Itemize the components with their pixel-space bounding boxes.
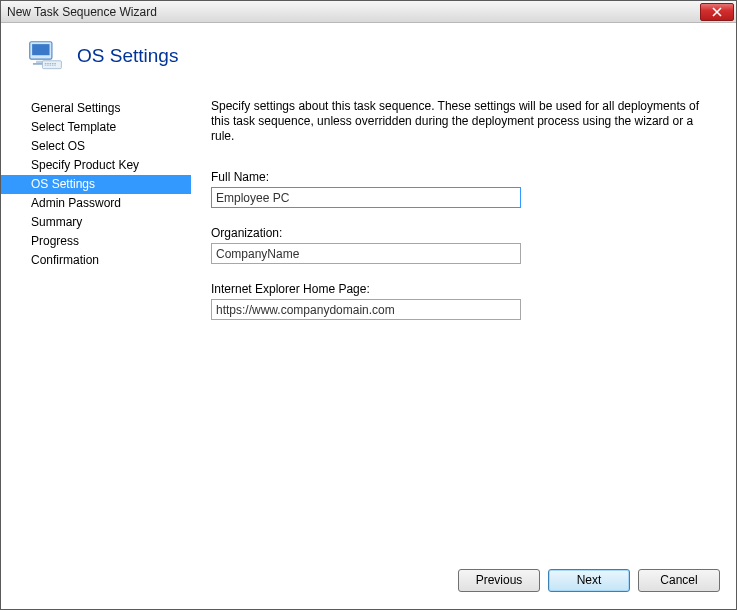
wizard-main: Specify settings about this task sequenc… [191, 93, 736, 559]
ie-home-label: Internet Explorer Home Page: [211, 282, 716, 296]
close-icon [712, 7, 722, 17]
svg-rect-1 [32, 44, 49, 55]
sidebar-item-general-settings[interactable]: General Settings [1, 99, 191, 118]
wizard-body: General Settings Select Template Select … [1, 93, 736, 559]
next-button[interactable]: Next [548, 569, 630, 592]
svg-rect-10 [45, 65, 47, 66]
full-name-group: Full Name: [211, 170, 716, 208]
organization-label: Organization: [211, 226, 716, 240]
sidebar-item-select-template[interactable]: Select Template [1, 118, 191, 137]
sidebar-item-os-settings[interactable]: OS Settings [1, 175, 191, 194]
svg-rect-7 [50, 63, 52, 64]
wizard-sidebar: General Settings Select Template Select … [1, 93, 191, 559]
page-description: Specify settings about this task sequenc… [211, 99, 716, 144]
svg-rect-14 [54, 65, 56, 66]
previous-button[interactable]: Previous [458, 569, 540, 592]
svg-rect-12 [50, 65, 52, 66]
svg-rect-6 [47, 63, 49, 64]
computer-icon [25, 37, 63, 75]
svg-rect-8 [52, 63, 54, 64]
ie-home-input[interactable] [211, 299, 521, 320]
sidebar-item-specify-product-key[interactable]: Specify Product Key [1, 156, 191, 175]
svg-rect-13 [52, 65, 54, 66]
titlebar: New Task Sequence Wizard [1, 1, 736, 23]
sidebar-item-summary[interactable]: Summary [1, 213, 191, 232]
page-title: OS Settings [77, 45, 178, 67]
organization-group: Organization: [211, 226, 716, 264]
sidebar-item-progress[interactable]: Progress [1, 232, 191, 251]
full-name-input[interactable] [211, 187, 521, 208]
sidebar-item-select-os[interactable]: Select OS [1, 137, 191, 156]
svg-rect-5 [45, 63, 47, 64]
svg-rect-4 [42, 61, 61, 69]
sidebar-item-admin-password[interactable]: Admin Password [1, 194, 191, 213]
svg-rect-11 [47, 65, 49, 66]
ie-home-group: Internet Explorer Home Page: [211, 282, 716, 320]
wizard-footer: Previous Next Cancel [1, 559, 736, 609]
cancel-button[interactable]: Cancel [638, 569, 720, 592]
svg-rect-9 [54, 63, 56, 64]
wizard-header: OS Settings [1, 23, 736, 93]
organization-input[interactable] [211, 243, 521, 264]
full-name-label: Full Name: [211, 170, 716, 184]
window-title: New Task Sequence Wizard [7, 5, 700, 19]
sidebar-item-confirmation[interactable]: Confirmation [1, 251, 191, 270]
close-button[interactable] [700, 3, 734, 21]
wizard-window: New Task Sequence Wizard OS Settings Gen… [0, 0, 737, 610]
